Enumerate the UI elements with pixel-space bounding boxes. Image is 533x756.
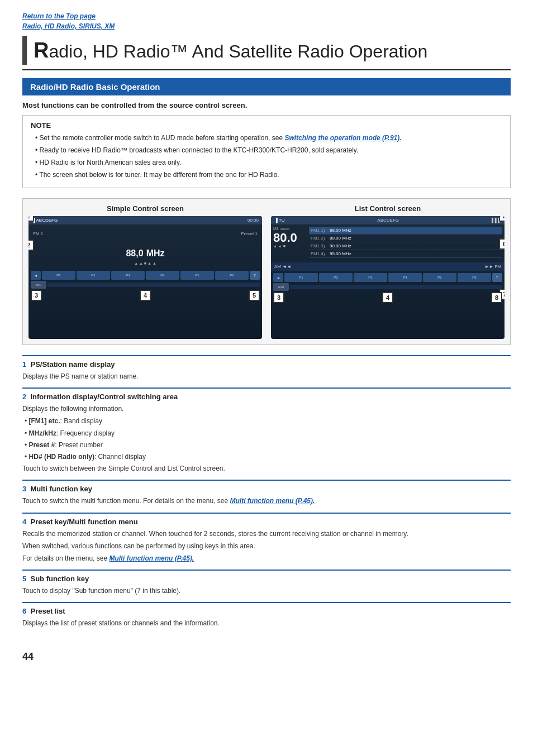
ls-nav-right: ►► FM	[484, 264, 501, 269]
ls-freq-big: 80.0	[273, 232, 307, 244]
item-2-num: 2	[22, 393, 26, 401]
ss-preset: Preset 1	[241, 231, 258, 236]
item-4-title: 4 Preset key/Multi function menu	[22, 518, 511, 526]
simple-control-panel: Simple Control screen 1 ▐ ABCDEFG 00:00 …	[28, 204, 262, 339]
badge-4: 4	[140, 290, 151, 301]
list-screen-label: List Control screen	[271, 204, 505, 213]
badge-5: 5	[249, 290, 260, 301]
page-title: Radio, HD Radio™ And Satellite Radio Ope…	[34, 39, 427, 63]
ls-btn-p1[interactable]: P1	[284, 273, 318, 282]
item-6-title: 6 Preset list	[22, 607, 511, 615]
ss-band: FM 1	[33, 231, 43, 236]
ss-freq-unit: MHz	[144, 247, 165, 259]
ls-left: M1 Preset 80.0 ▲ ▲ ■	[273, 227, 307, 258]
item-3-link[interactable]: Multi function menu (P.45).	[230, 497, 315, 505]
ss-preset-area: ◄ P1 P2 P3 P4 P5 P6 T enu	[28, 269, 262, 289]
ls-preset-list: FM1 1) 88.00 MHz FM1 2) 89.00 MHz FM1 3)…	[309, 227, 502, 258]
ss-topbar: ▐ ABCDEFG 00:00	[28, 216, 262, 224]
list-screen: 2 ▐ TU ABCDEFG ▌▌▌ M1 Preset 80.0 ▲ ▲ ■ …	[271, 216, 505, 339]
ls-btn-p4[interactable]: P4	[388, 273, 422, 282]
badge-6: 6	[499, 238, 505, 250]
note-item-2: Ready to receive HD Radio™ broadcasts wh…	[31, 145, 502, 155]
ls-menu-btn[interactable]: enu	[273, 283, 289, 291]
item-4-section: 4 Preset key/Multi function menu Recalls…	[22, 513, 511, 570]
ss-icons: ▲ ▲ ■ ▲ ▲	[134, 261, 156, 265]
item-2-body: Displays the following information. [FM1…	[22, 404, 511, 474]
page-number: 44	[22, 651, 511, 663]
item-2-section: 2 Information display/Control switching …	[22, 387, 511, 480]
ss-btn-p6[interactable]: P6	[215, 271, 249, 280]
item-2-list-3: Preset #: Preset number	[25, 440, 511, 451]
ls-btn-p5[interactable]: P5	[423, 273, 456, 282]
simple-screen-label: Simple Control screen	[28, 204, 262, 213]
ls-nav-bar: AM ◄◄ ►► FM	[271, 262, 505, 271]
note-link[interactable]: Switching the operation mode (P.91).	[284, 134, 401, 142]
item-3-title: 3 Multi function key	[22, 485, 511, 493]
ls-btn-t[interactable]: T	[492, 273, 502, 282]
ss-btn-p1[interactable]: P1	[42, 271, 75, 280]
ss-time: 00:00	[248, 218, 259, 223]
page-title-section: Radio, HD Radio™ And Satellite Radio Ope…	[22, 36, 511, 70]
ss-badge-row: 3 4 5	[28, 290, 262, 301]
ls-topbar: ▐ TU ABCDEFG ▌▌▌	[271, 216, 505, 224]
ss-btn-p3[interactable]: P3	[111, 271, 145, 280]
note-title: NOTE	[31, 121, 502, 130]
ls-content: M1 Preset 80.0 ▲ ▲ ■ 6 FM1 1) 88.00 MHz …	[271, 224, 505, 260]
ss-menu-row: enu	[31, 281, 260, 289]
breadcrumb-link-top[interactable]: Return to the Top page	[22, 11, 511, 21]
ss-btn-p4[interactable]: P4	[146, 271, 179, 280]
page-title-r: R	[34, 39, 49, 62]
ls-btn-p6[interactable]: P6	[458, 273, 491, 282]
item-1-body: Displays the PS name or station name.	[22, 371, 511, 382]
ls-icons2: ▲ ▲ ■	[273, 244, 307, 248]
ls-preset-item-2: FM1 2) 89.00 MHz	[309, 235, 502, 242]
ls-nav-left: AM ◄◄	[274, 264, 291, 269]
item-2-list-2: MHz/kHz: Frequency display	[25, 428, 511, 439]
ls-btn-p2[interactable]: P2	[319, 273, 353, 282]
ls-preset-item-3: FM1 3) 90.00 MHz	[309, 242, 502, 250]
item-6-num: 6	[22, 607, 26, 615]
item-1-title: 1 PS/Station name display	[22, 360, 511, 369]
ls-badge-row: 3 4 8	[271, 292, 505, 303]
item-4-link[interactable]: Multi function menu (P.45).	[109, 554, 194, 562]
badge-3: 3	[31, 290, 42, 301]
item-6-body: Displays the list of preset stations or …	[22, 618, 511, 629]
item-1-section: 1 PS/Station name display Displays the P…	[22, 355, 511, 387]
item-6-section: 6 Preset list Displays the list of prese…	[22, 602, 511, 634]
badge-list-3: 3	[273, 292, 284, 303]
item-4-body: Recalls the memorized station or channel…	[22, 529, 511, 564]
badge-1: 1	[28, 216, 34, 222]
breadcrumb: Return to the Top page Radio, HD Radio, …	[22, 11, 511, 31]
item-2-title: 2 Information display/Control switching …	[22, 393, 511, 401]
badge-list-8: 8	[491, 292, 502, 303]
ss-btn-prev[interactable]: ◄	[31, 271, 41, 280]
ls-btn-prev[interactable]: ◄	[273, 273, 283, 282]
title-bar-decoration	[22, 36, 27, 65]
ss-menu-btn[interactable]: enu	[31, 281, 46, 289]
ls-menu-row: enu	[273, 283, 502, 291]
item-3-body: Touch to switch the multi function menu.…	[22, 496, 511, 506]
item-1-num: 1	[22, 360, 26, 369]
note-item-4: The screen shot below is for tuner. It m…	[31, 170, 502, 180]
ss-freq-area: FM 1 Preset 1 88,0 MHz ▲ ▲ ■ ▲ ▲	[28, 224, 262, 269]
ss-btn-p2[interactable]: P2	[77, 271, 110, 280]
ss-btn-p5[interactable]: P5	[180, 271, 214, 280]
ss-btn-t[interactable]: T	[250, 271, 260, 280]
screens-container: Simple Control screen 1 ▐ ABCDEFG 00:00 …	[22, 198, 511, 345]
item-4-num: 4	[22, 518, 26, 526]
list-control-panel: List Control screen 2 ▐ TU ABCDEFG ▌▌▌ M…	[271, 204, 505, 339]
ls-slider	[290, 285, 502, 289]
ls-station: ABCDEFG	[377, 218, 399, 223]
item-2-list: [FM1] etc.: Band display MHz/kHz: Freque…	[22, 416, 511, 462]
item-3-section: 3 Multi function key Touch to switch the…	[22, 480, 511, 512]
ss-slider	[47, 283, 260, 287]
ss-frequency: 88,0 MHz	[126, 238, 164, 260]
note-box: NOTE Set the remote controller mode swit…	[22, 115, 511, 188]
note-item-1: Set the remote controller mode switch to…	[31, 133, 502, 143]
badge-list-2: 2	[499, 216, 505, 222]
breadcrumb-link-radio[interactable]: Radio, HD Radio, SIRIUS, XM	[22, 21, 511, 31]
item-5-title: 5 Sub function key	[22, 575, 511, 583]
ls-btn-p3[interactable]: P3	[354, 273, 387, 282]
ls-preset-area: ◄ P1 P2 P3 P4 P5 P6 T enu	[271, 271, 505, 291]
ss-band-preset: FM 1 Preset 1	[33, 231, 258, 236]
